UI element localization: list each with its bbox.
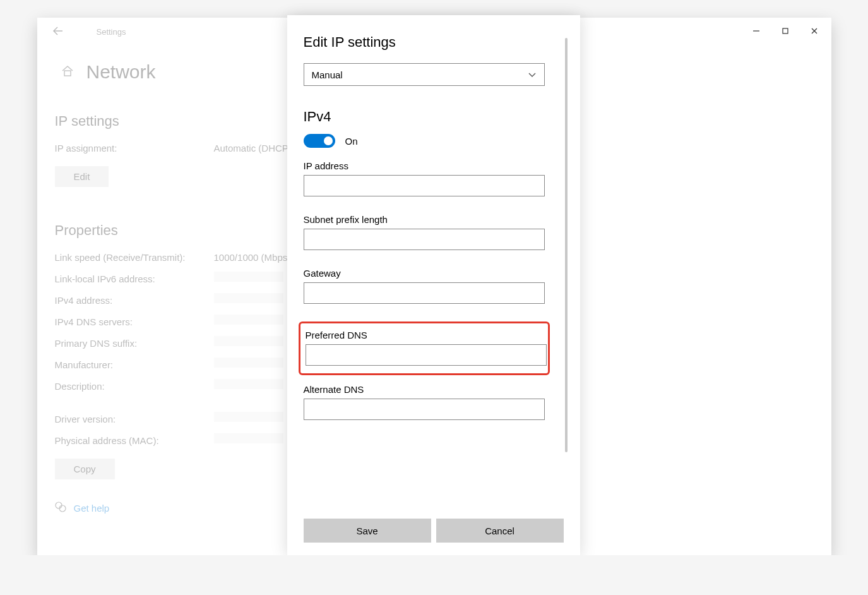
- alternate-dns-input[interactable]: [304, 399, 545, 420]
- ipv4-address-label: IPv4 address:: [55, 293, 214, 308]
- redacted-value: [214, 433, 283, 443]
- copy-button[interactable]: Copy: [55, 459, 115, 479]
- gateway-label: Gateway: [304, 268, 564, 279]
- ipv4-dns-label: IPv4 DNS servers:: [55, 315, 214, 330]
- preferred-dns-input[interactable]: [306, 344, 547, 366]
- edit-button[interactable]: Edit: [55, 166, 109, 187]
- subnet-prefix-input[interactable]: [304, 229, 545, 250]
- ip-assignment-label: IP assignment:: [55, 141, 214, 156]
- dialog-title: Edit IP settings: [304, 34, 564, 51]
- toggle-knob: [324, 136, 333, 145]
- app-title: Settings: [97, 27, 126, 37]
- ipv4-toggle-state: On: [345, 136, 358, 147]
- link-local-ipv6-label: Link-local IPv6 address:: [55, 272, 214, 287]
- redacted-value: [214, 315, 283, 325]
- link-speed-value: 1000/1000 (Mbps): [214, 250, 291, 265]
- redacted-value: [214, 293, 283, 303]
- preferred-dns-label: Preferred DNS: [306, 330, 543, 340]
- ip-mode-value: Manual: [312, 69, 343, 80]
- page-title: Network: [86, 61, 156, 83]
- ip-address-input[interactable]: [304, 175, 545, 196]
- home-icon[interactable]: [61, 64, 74, 80]
- ip-address-label: IP address: [304, 160, 564, 171]
- primary-dns-suffix-label: Primary DNS suffix:: [55, 336, 214, 351]
- ip-assignment-value: Automatic (DHCP): [214, 141, 292, 156]
- redacted-value: [214, 272, 283, 282]
- redacted-value: [214, 336, 283, 346]
- ip-mode-select[interactable]: Manual: [304, 63, 545, 86]
- gateway-input[interactable]: [304, 282, 545, 304]
- manufacturer-label: Manufacturer:: [55, 358, 214, 373]
- modal-scrollbar[interactable]: [565, 38, 568, 452]
- chevron-down-icon: [528, 69, 537, 80]
- edit-ip-settings-dialog: Edit IP settings Manual IPv4 On IP addre…: [287, 15, 580, 555]
- svg-rect-5: [64, 71, 71, 76]
- mac-label: Physical address (MAC):: [55, 433, 214, 448]
- subnet-prefix-label: Subnet prefix length: [304, 214, 564, 225]
- alternate-dns-label: Alternate DNS: [304, 384, 564, 395]
- cancel-button[interactable]: Cancel: [436, 519, 564, 543]
- redacted-value: [214, 358, 283, 368]
- back-icon[interactable]: [52, 25, 64, 39]
- ipv4-toggle[interactable]: [304, 134, 335, 148]
- ipv4-heading: IPv4: [304, 109, 564, 125]
- help-icon: [55, 501, 66, 515]
- driver-version-label: Driver version:: [55, 412, 214, 427]
- settings-window: Settings Network IP settings IP assignme…: [37, 18, 831, 555]
- redacted-value: [214, 379, 283, 389]
- link-speed-label: Link speed (Receive/Transmit):: [55, 250, 214, 265]
- preferred-dns-highlight: Preferred DNS: [299, 322, 550, 375]
- save-button[interactable]: Save: [304, 519, 431, 543]
- redacted-value: [214, 412, 283, 422]
- get-help-link[interactable]: Get help: [74, 503, 110, 514]
- description-label: Description:: [55, 379, 214, 394]
